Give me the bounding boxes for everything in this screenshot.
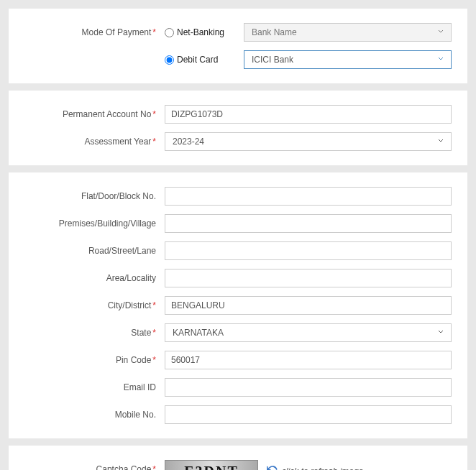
flat-input[interactable] xyxy=(165,187,452,206)
captcha-image: E3DNT xyxy=(165,460,258,470)
state-label: State* xyxy=(24,328,165,338)
mobile-input[interactable] xyxy=(165,405,452,424)
debitcard-radio-group[interactable]: Debit Card xyxy=(165,55,244,65)
pan-input[interactable] xyxy=(165,105,452,124)
email-input[interactable] xyxy=(165,378,452,397)
area-input[interactable] xyxy=(165,269,452,287)
chevron-down-icon xyxy=(436,137,445,147)
payment-mode-label: Mode Of Payment* xyxy=(24,27,165,37)
captcha-refresh-link[interactable]: click to refresh image xyxy=(267,465,363,471)
captcha-section: Captcha Code* E3DNT click to refresh ima… xyxy=(9,446,467,470)
chevron-down-icon xyxy=(436,27,445,38)
area-label: Area/Locality xyxy=(24,273,165,283)
city-label: City/District* xyxy=(24,300,165,310)
email-label: Email ID xyxy=(24,382,165,392)
account-section: Permanent Account No* Assessment Year* 2… xyxy=(9,91,467,165)
debitcard-bank-select[interactable]: ICICI Bank xyxy=(244,50,452,69)
state-select[interactable]: KARNATAKA xyxy=(165,323,452,342)
flat-label: Flat/Door/Block No. xyxy=(24,191,165,201)
debitcard-radio[interactable] xyxy=(165,55,174,65)
pin-input[interactable] xyxy=(165,351,452,369)
premises-input[interactable] xyxy=(165,214,452,233)
address-section: Flat/Door/Block No. Premises/Building/Vi… xyxy=(9,172,467,438)
road-label: Road/Street/Lane xyxy=(24,246,165,256)
refresh-icon xyxy=(267,465,278,471)
ay-select[interactable]: 2023-24 xyxy=(165,132,452,151)
chevron-down-icon xyxy=(436,55,445,65)
payment-section: Mode Of Payment* Net-Banking Bank Name D… xyxy=(9,9,467,83)
premises-label: Premises/Building/Village xyxy=(24,218,165,229)
road-input[interactable] xyxy=(165,241,452,260)
pan-label: Permanent Account No* xyxy=(24,109,165,119)
pin-label: Pin Code* xyxy=(24,355,165,365)
netbanking-radio[interactable] xyxy=(165,28,174,37)
debitcard-label: Debit Card xyxy=(177,55,218,65)
city-input[interactable] xyxy=(165,296,452,315)
netbanking-label: Net-Banking xyxy=(177,27,224,37)
captcha-label: Captcha Code* xyxy=(24,460,165,470)
netbanking-bank-select[interactable]: Bank Name xyxy=(244,23,452,42)
chevron-down-icon xyxy=(436,328,445,338)
mobile-label: Mobile No. xyxy=(24,410,165,420)
netbanking-radio-group[interactable]: Net-Banking xyxy=(165,27,244,37)
ay-label: Assessment Year* xyxy=(24,137,165,147)
